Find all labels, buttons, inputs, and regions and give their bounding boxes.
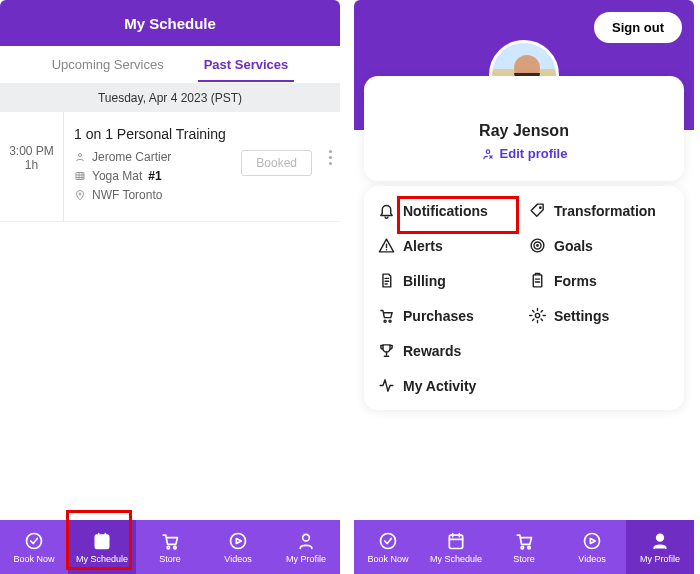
- menu-rewards[interactable]: Rewards: [378, 342, 519, 359]
- svg-point-6: [174, 546, 177, 549]
- page-title: My Schedule: [0, 0, 340, 46]
- pin-icon: [74, 189, 86, 201]
- tab-past[interactable]: Past Services: [204, 57, 289, 72]
- tag-icon: [529, 202, 546, 219]
- menu-activity[interactable]: My Activity: [378, 377, 519, 394]
- gear-icon: [529, 307, 546, 324]
- svg-point-17: [535, 313, 539, 317]
- svg-rect-4: [95, 535, 108, 548]
- svg-point-7: [231, 533, 246, 548]
- appointment-title: 1 on 1 Personal Training: [74, 126, 330, 142]
- nav-videos[interactable]: Videos: [204, 520, 272, 574]
- person-icon: [74, 151, 86, 163]
- svg-point-10: [540, 207, 541, 208]
- trophy-icon: [378, 342, 395, 359]
- svg-point-9: [486, 149, 490, 153]
- grid-icon: [74, 170, 86, 182]
- pencil-icon: [481, 147, 495, 161]
- svg-rect-19: [449, 535, 462, 548]
- svg-point-23: [657, 534, 664, 541]
- warning-icon: [378, 237, 395, 254]
- menu-goals[interactable]: Goals: [529, 237, 670, 254]
- svg-point-15: [384, 320, 386, 322]
- nav-profile[interactable]: My Profile: [272, 520, 340, 574]
- svg-point-16: [389, 320, 391, 322]
- profile-card: Ray Jenson Edit profile: [364, 76, 684, 181]
- svg-point-22: [585, 533, 600, 548]
- tab-upcoming[interactable]: Upcoming Services: [52, 57, 164, 72]
- person-icon: [296, 531, 316, 551]
- tabs: Upcoming Services Past Services: [0, 46, 340, 84]
- appointment-row[interactable]: 3:00 PM 1h 1 on 1 Personal Training Jero…: [0, 112, 340, 222]
- svg-point-3: [27, 533, 42, 548]
- nav-book[interactable]: Book Now: [354, 520, 422, 574]
- nav-videos[interactable]: Videos: [558, 520, 626, 574]
- menu-forms[interactable]: Forms: [529, 272, 670, 289]
- location-row: NWF Toronto: [74, 188, 330, 202]
- svg-rect-14: [533, 275, 542, 287]
- svg-point-0: [79, 154, 82, 157]
- equipment-number: #1: [148, 169, 161, 183]
- appointment-body: 1 on 1 Personal Training Jerome Cartier …: [64, 112, 340, 221]
- svg-point-13: [537, 245, 538, 246]
- menu-purchases[interactable]: Purchases: [378, 307, 519, 324]
- person-icon: [650, 531, 670, 551]
- profile-name: Ray Jenson: [376, 122, 672, 140]
- svg-point-18: [381, 533, 396, 548]
- calendar-icon: [92, 531, 112, 551]
- cart-icon: [514, 531, 534, 551]
- menu-notifications[interactable]: Notifications: [378, 202, 519, 219]
- equipment-name: Yoga Mat: [92, 169, 142, 183]
- right-screen: Sign out Ray Jenson Edit profile Notific…: [354, 0, 694, 574]
- duration-label: 1h: [25, 158, 38, 172]
- check-circle-icon: [24, 531, 44, 551]
- location-name: NWF Toronto: [92, 188, 162, 202]
- sign-out-button[interactable]: Sign out: [594, 12, 682, 43]
- menu-transformation[interactable]: Transformation: [529, 202, 670, 219]
- svg-point-20: [521, 546, 524, 549]
- time-label: 3:00 PM: [9, 144, 54, 158]
- nav-store[interactable]: Store: [490, 520, 558, 574]
- nav-schedule[interactable]: My Schedule: [68, 520, 136, 574]
- edit-profile-link[interactable]: Edit profile: [481, 146, 568, 161]
- cart-icon: [160, 531, 180, 551]
- svg-point-8: [303, 534, 310, 541]
- play-circle-icon: [228, 531, 248, 551]
- bell-icon: [378, 202, 395, 219]
- more-icon[interactable]: [329, 150, 332, 165]
- appointment-time: 3:00 PM 1h: [0, 112, 64, 221]
- bottom-nav: Book Now My Schedule Store Videos My Pro…: [0, 520, 340, 574]
- svg-point-2: [79, 193, 81, 195]
- target-icon: [529, 237, 546, 254]
- svg-point-21: [528, 546, 531, 549]
- menu-billing[interactable]: Billing: [378, 272, 519, 289]
- menu-alerts[interactable]: Alerts: [378, 237, 519, 254]
- activity-icon: [378, 377, 395, 394]
- svg-rect-1: [76, 173, 84, 180]
- clipboard-icon: [529, 272, 546, 289]
- nav-profile[interactable]: My Profile: [626, 520, 694, 574]
- trainer-name: Jerome Cartier: [92, 150, 171, 164]
- calendar-icon: [446, 531, 466, 551]
- invoice-icon: [378, 272, 395, 289]
- nav-schedule[interactable]: My Schedule: [422, 520, 490, 574]
- nav-book[interactable]: Book Now: [0, 520, 68, 574]
- play-circle-icon: [582, 531, 602, 551]
- menu-panel: Notifications Transformation Alerts Goal…: [364, 186, 684, 410]
- menu-settings[interactable]: Settings: [529, 307, 670, 324]
- svg-point-5: [167, 546, 170, 549]
- check-circle-icon: [378, 531, 398, 551]
- left-screen: My Schedule Upcoming Services Past Servi…: [0, 0, 340, 574]
- status-badge: Booked: [241, 150, 312, 176]
- cart-icon: [378, 307, 395, 324]
- nav-store[interactable]: Store: [136, 520, 204, 574]
- date-header: Tuesday, Apr 4 2023 (PST): [0, 84, 340, 112]
- bottom-nav: Book Now My Schedule Store Videos My Pro…: [354, 520, 694, 574]
